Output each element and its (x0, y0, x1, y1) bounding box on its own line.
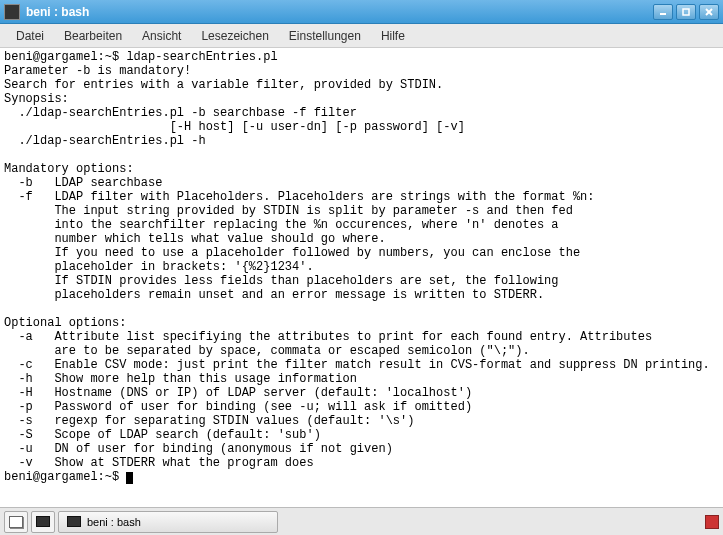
menu-lesezeichen[interactable]: Lesezeichen (191, 26, 278, 46)
taskbar-item-label: beni : bash (87, 516, 141, 528)
output-line: Mandatory options: (4, 162, 134, 176)
output-line: -H Hostname (DNS or IP) of LDAP server (… (4, 386, 472, 400)
output-line: -a Attribute list specifiying the attrib… (4, 330, 652, 344)
output-line: placeholder in brackets: '{%2}1234'. (4, 260, 314, 274)
desktop-icon (9, 516, 23, 528)
output-line: are to be separated by space, commata or… (4, 344, 530, 358)
output-line: Search for entries with a variable filte… (4, 78, 443, 92)
output-line: -s regexp for separating STDIN values (d… (4, 414, 414, 428)
svg-rect-1 (683, 9, 689, 15)
menu-ansicht[interactable]: Ansicht (132, 26, 191, 46)
output-line: ./ldap-searchEntries.pl -b searchbase -f… (4, 106, 357, 120)
taskbar-item-active[interactable]: beni : bash (58, 511, 278, 533)
output-line: ./ldap-searchEntries.pl -h (4, 134, 206, 148)
output-line: If STDIN provides less fields than place… (4, 274, 559, 288)
terminal-icon (36, 516, 50, 527)
output-line: [-H host] [-u user-dn] [-p password] [-v… (4, 120, 465, 134)
menu-bearbeiten[interactable]: Bearbeiten (54, 26, 132, 46)
menu-datei[interactable]: Datei (6, 26, 54, 46)
terminal-output[interactable]: beni@gargamel:~$ ldap-searchEntries.pl P… (0, 48, 723, 507)
menu-einstellungen[interactable]: Einstellungen (279, 26, 371, 46)
output-line: number which tells what value should go … (4, 232, 386, 246)
close-button[interactable] (699, 4, 719, 20)
minimize-button[interactable] (653, 4, 673, 20)
terminal-icon (67, 516, 81, 527)
output-line: Synopsis: (4, 92, 69, 106)
output-line: -u DN of user for binding (anonymous if … (4, 442, 393, 456)
show-desktop-button[interactable] (4, 511, 28, 533)
output-line: -h Show more help than this usage inform… (4, 372, 357, 386)
window-titlebar: beni : bash (0, 0, 723, 24)
window-buttons (653, 4, 719, 20)
output-line: Optional options: (4, 316, 126, 330)
menu-hilfe[interactable]: Hilfe (371, 26, 415, 46)
cursor (126, 472, 133, 484)
output-line: The input string provided by STDIN is sp… (4, 204, 573, 218)
output-line: -c Enable CSV mode: just print the filte… (4, 358, 710, 372)
prompt-line-1: beni@gargamel:~$ ldap-searchEntries.pl (4, 50, 278, 64)
output-line: -f LDAP filter with Placeholders. Placeh… (4, 190, 595, 204)
terminal-icon (4, 4, 20, 20)
output-line: -S Scope of LDAP search (default: 'sub') (4, 428, 321, 442)
terminal-launcher-button[interactable] (31, 511, 55, 533)
window-title: beni : bash (26, 5, 653, 19)
maximize-button[interactable] (676, 4, 696, 20)
menubar: Datei Bearbeiten Ansicht Lesezeichen Ein… (0, 24, 723, 48)
prompt-line-2: beni@gargamel:~$ (4, 470, 133, 484)
output-line: into the searchfilter replacing the %n o… (4, 218, 559, 232)
output-line: If you need to use a placeholder followe… (4, 246, 580, 260)
output-line: -b LDAP searchbase (4, 176, 162, 190)
tray-notification-icon[interactable] (705, 515, 719, 529)
output-line: placeholders remain unset and an error m… (4, 288, 544, 302)
output-line: Parameter -b is mandatory! (4, 64, 191, 78)
output-line: -v Show at STDERR what the program does (4, 456, 314, 470)
output-line: -p Password of user for binding (see -u;… (4, 400, 472, 414)
taskbar: beni : bash (0, 507, 723, 535)
